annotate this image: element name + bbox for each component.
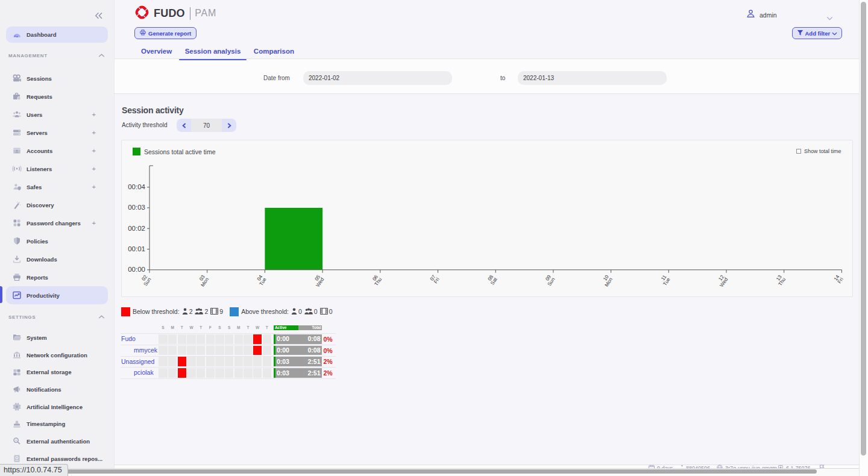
sidebar-nav-settings: SystemNetwork configurationExternal stor…	[6, 329, 108, 468]
sidebar-item-system[interactable]: System	[6, 329, 108, 346]
date-from-label: Date from	[263, 71, 290, 85]
sidebar-item-users[interactable]: Users+	[6, 105, 108, 124]
sidebar-item-policies[interactable]: Policies	[6, 232, 108, 250]
sidebar-item-password-changers[interactable]: Password changers+	[6, 214, 108, 232]
day-activity-cell	[215, 368, 224, 378]
generate-report-button[interactable]: Generate report	[134, 27, 197, 39]
row-name-link[interactable]: Fudo	[121, 333, 136, 345]
date-to-input[interactable]: 2022-01-13	[518, 71, 667, 85]
safes-icon	[12, 182, 22, 192]
day-activity-cell	[263, 368, 271, 378]
day-activity-cell	[206, 334, 215, 344]
day-activity-cell	[263, 357, 271, 366]
y-tick-label: 00:04	[128, 183, 145, 190]
day-of-week-header: S	[225, 325, 233, 330]
day-activity-cell	[253, 368, 262, 378]
dashboard-icon	[12, 30, 22, 40]
active-total-bar: 0:000:08	[274, 346, 322, 355]
sidebar-item-reports[interactable]: Reports	[6, 268, 108, 286]
ext-pass-icon	[12, 454, 22, 463]
sidebar-item-dashboard[interactable]: Dashboard	[6, 27, 108, 43]
day-activity-cell	[244, 368, 252, 378]
sidebar-item-safes[interactable]: Safes+	[6, 178, 108, 196]
sidebar-item-notifications[interactable]: Notifications	[6, 381, 108, 398]
status-url-tooltip: https://10.0.74.75	[0, 464, 68, 476]
section-title: Session activity	[122, 105, 184, 115]
sidebar-section-management[interactable]: MANAGEMENT	[8, 51, 108, 60]
expand-plus-icon[interactable]: +	[92, 129, 96, 136]
servers-icon	[12, 128, 22, 137]
day-activity-cell	[244, 346, 252, 355]
tab-session-analysis[interactable]: Session analysis	[179, 46, 247, 58]
day-activity-cell	[159, 334, 167, 344]
sidebar-item-servers[interactable]: Servers+	[6, 124, 108, 142]
sidebar-item-sessions[interactable]: Sessions	[6, 69, 108, 87]
sidebar-item-ai[interactable]: Artificial Intelligence	[6, 398, 108, 416]
active-total-bar: 0:000:08	[274, 334, 322, 344]
x-tick-label: 12Wed	[714, 274, 729, 288]
x-tick-label: 14Fri	[832, 274, 844, 284]
tab-comparison[interactable]: Comparison	[248, 46, 300, 58]
day-activity-cell	[253, 357, 262, 366]
sidebar-item-timestamping[interactable]: Timestamping	[6, 415, 108, 433]
tab-overview[interactable]: Overview	[135, 46, 178, 58]
expand-plus-icon[interactable]: +	[92, 219, 96, 227]
below-threshold-label: Below threshold:	[133, 308, 180, 315]
day-activity-cell	[263, 334, 271, 344]
sidebar-item-listeners[interactable]: Listeners+	[6, 160, 108, 178]
sidebar-item-label: Servers	[27, 130, 48, 136]
row-name-link[interactable]: Unassigned	[121, 356, 154, 368]
productivity-icon	[12, 290, 22, 300]
day-activity-cell	[187, 357, 195, 366]
sidebar-item-label: Policies	[27, 238, 48, 245]
user-menu[interactable]: admin	[746, 9, 777, 20]
day-activity-cell	[225, 346, 233, 355]
row-name-link[interactable]: pciolak	[134, 367, 154, 378]
sidebar-item-accounts[interactable]: Accounts+	[6, 142, 108, 160]
activity-bar-chart: 00:0000:0100:0200:0300:0402Sun03Mon04Tue…	[122, 140, 852, 296]
sidebar-collapse-icon[interactable]	[95, 11, 102, 22]
x-tick-label: 08Sat	[485, 274, 498, 286]
threshold-decrease-button[interactable]	[177, 119, 191, 132]
sidebar-item-network[interactable]: Network configuration	[6, 346, 108, 364]
horizontal-scrollbar-thumb[interactable]	[5, 469, 817, 474]
threshold-increase-button[interactable]	[222, 119, 236, 132]
sidebar-item-discovery[interactable]: Discovery	[6, 196, 108, 214]
sidebar-item-label: Network configuration	[27, 352, 87, 359]
above-threshold-swatch	[230, 307, 239, 316]
sidebar-item-productivity[interactable]: Productivity	[6, 286, 108, 304]
date-from-input[interactable]: 2022-01-02	[303, 71, 452, 85]
x-tick-label: 02Sun	[139, 274, 153, 287]
user-menu-chevron-icon[interactable]	[826, 12, 833, 23]
activity-percent: 2%	[324, 368, 333, 378]
sidebar-item-requests[interactable]: Requests	[6, 87, 108, 105]
day-activity-cell	[225, 334, 233, 344]
activity-threshold-label: Activity threshold	[122, 122, 168, 128]
sidebar-item-ext-auth[interactable]: External authentication	[6, 433, 108, 450]
chart-bar	[265, 208, 322, 270]
person-icon	[291, 308, 297, 316]
sessions-icon	[12, 74, 22, 83]
row-name-link[interactable]: mmycek	[134, 345, 157, 356]
day-activity-cell	[215, 334, 224, 344]
day-activity-cell	[168, 357, 177, 366]
day-activity-cell	[253, 346, 262, 355]
activity-table: SMTWTFSSMTWTActiveTotalFudo0:000:080%mmy…	[121, 324, 347, 381]
sidebar-item-storage[interactable]: External storage	[6, 363, 108, 381]
listeners-icon	[12, 164, 22, 174]
sidebar-item-downloads[interactable]: Downloads	[6, 250, 108, 268]
expand-plus-icon[interactable]: +	[92, 111, 96, 118]
sidebar-item-label: Timestamping	[27, 421, 65, 427]
y-tick-label: 00:02	[128, 225, 145, 232]
expand-plus-icon[interactable]: +	[92, 183, 96, 190]
expand-plus-icon[interactable]: +	[92, 147, 96, 154]
active-bar-fill	[274, 368, 275, 378]
sidebar-section-settings[interactable]: SETTINGS	[8, 312, 108, 322]
vertical-scrollbar-thumb[interactable]	[861, 2, 866, 456]
add-filter-button[interactable]: Add filter	[792, 27, 842, 39]
sidebar-item-label: External storage	[27, 369, 71, 375]
expand-plus-icon[interactable]: +	[92, 165, 96, 172]
x-tick-label: 05Wed	[311, 274, 326, 288]
groups-count: 0	[304, 308, 318, 316]
day-activity-cell	[187, 368, 195, 378]
